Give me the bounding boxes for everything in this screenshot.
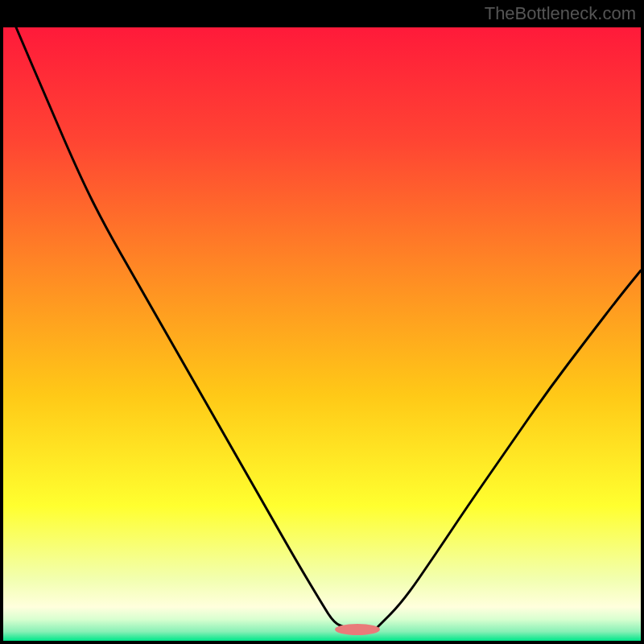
optimum-marker: [335, 624, 380, 635]
watermark-label: TheBottleneck.com: [485, 3, 636, 24]
chart-plot-area: [3, 27, 641, 641]
chart-svg: [0, 0, 644, 644]
bottleneck-chart: TheBottleneck.com: [0, 0, 644, 644]
